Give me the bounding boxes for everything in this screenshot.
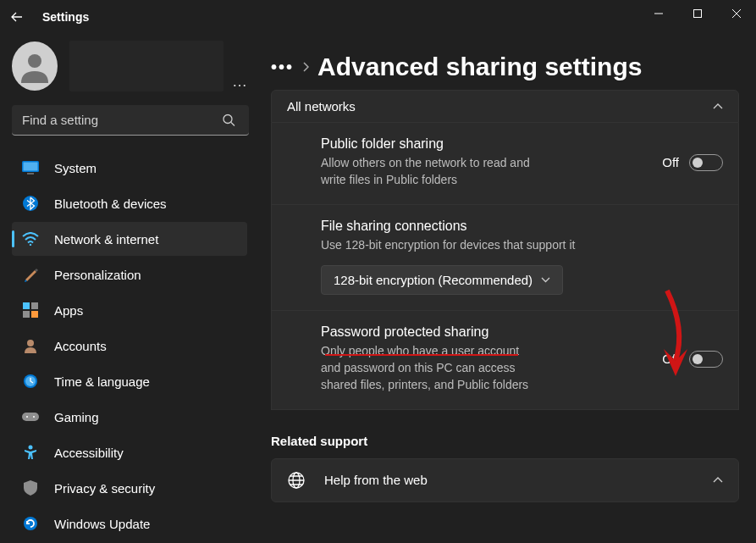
svg-point-19	[24, 517, 37, 530]
help-label: Help from the web	[324, 473, 428, 487]
sidebar-item-time[interactable]: Time & language	[12, 364, 247, 398]
close-button[interactable]	[717, 0, 756, 27]
encryption-dropdown[interactable]: 128-bit encryption (Recommended)	[321, 265, 563, 295]
person-icon	[22, 337, 39, 354]
sidebar-item-update[interactable]: Windows Update	[12, 507, 247, 540]
update-icon	[22, 515, 39, 532]
sidebar-item-apps[interactable]: Apps	[12, 293, 247, 327]
gamepad-icon	[22, 408, 39, 425]
nav-label: Privacy & security	[54, 481, 155, 496]
svg-rect-5	[27, 173, 34, 175]
svg-rect-15	[22, 413, 39, 421]
accessibility-icon	[22, 444, 39, 461]
minimize-button[interactable]	[639, 0, 678, 27]
clock-globe-icon	[22, 373, 39, 390]
sidebar-item-gaming[interactable]: Gaming	[12, 400, 247, 434]
globe-icon	[287, 471, 306, 490]
nav-label: Time & language	[54, 374, 150, 389]
search-input[interactable]	[12, 105, 249, 136]
sidebar-item-accessibility[interactable]: Accessibility	[12, 435, 247, 469]
content-area: ••• Advanced sharing settings All networ…	[254, 34, 756, 543]
setting-file-sharing-connections: File sharing connections Use 128-bit enc…	[271, 205, 739, 311]
toggle-state-label: Off	[662, 155, 679, 169]
svg-rect-8	[23, 302, 30, 309]
setting-title: File sharing connections	[321, 219, 723, 234]
nav-label: Gaming	[54, 410, 99, 424]
group-header-all-networks[interactable]: All networks	[271, 90, 739, 123]
svg-point-2	[223, 115, 232, 124]
nav-label: Accessibility	[54, 446, 124, 460]
monitor-icon	[22, 159, 39, 176]
setting-title: Public folder sharing	[321, 136, 648, 152]
setting-title: Password protected sharing	[321, 324, 648, 340]
svg-rect-9	[31, 302, 38, 309]
annotation-underline	[325, 354, 518, 356]
sidebar-item-system[interactable]: System	[12, 151, 247, 185]
svg-point-18	[29, 446, 33, 450]
sidebar-item-network[interactable]: Network & internet	[12, 222, 247, 256]
svg-point-16	[26, 416, 28, 418]
svg-rect-11	[31, 311, 38, 318]
nav-label: Network & internet	[54, 232, 158, 247]
sidebar-item-bluetooth[interactable]: Bluetooth & devices	[12, 186, 247, 220]
nav-label: Bluetooth & devices	[54, 197, 167, 211]
group-header-label: All networks	[287, 99, 356, 114]
bluetooth-icon	[22, 195, 39, 212]
user-more-icon: …	[232, 73, 247, 91]
setting-public-folder-sharing: Public folder sharing Allow others on th…	[271, 123, 739, 205]
password-sharing-toggle[interactable]	[689, 351, 723, 368]
user-info-redacted	[69, 41, 223, 91]
nav-label: System	[54, 161, 97, 175]
svg-rect-4	[24, 163, 38, 171]
nav-label: Accounts	[54, 339, 107, 353]
maximize-button[interactable]	[678, 0, 717, 27]
svg-point-17	[33, 416, 35, 418]
sidebar: … System Bluetooth & devices Network & i…	[0, 34, 254, 543]
sidebar-item-personalization[interactable]: Personalization	[12, 258, 247, 291]
setting-description: Allow others on the network to read and …	[321, 154, 533, 189]
svg-point-12	[27, 340, 34, 346]
nav-label: Windows Update	[54, 517, 150, 531]
chevron-right-icon	[302, 62, 309, 72]
sidebar-item-privacy[interactable]: Privacy & security	[12, 471, 247, 505]
svg-point-7	[30, 244, 31, 246]
chevron-down-icon	[541, 277, 550, 283]
setting-description: Only people who have a user account and …	[321, 342, 533, 394]
back-button[interactable]	[0, 0, 34, 34]
sidebar-item-accounts[interactable]: Accounts	[12, 329, 247, 363]
paintbrush-icon	[22, 266, 39, 283]
toggle-state-label: Off	[662, 352, 679, 366]
setting-password-protected-sharing: Password protected sharing Only people w…	[271, 311, 739, 410]
related-support-header: Related support	[271, 434, 739, 448]
shield-icon	[22, 479, 39, 496]
svg-rect-0	[694, 10, 702, 18]
nav-label: Apps	[54, 303, 83, 318]
help-from-web[interactable]: Help from the web	[271, 458, 739, 502]
chevron-up-icon	[713, 477, 723, 484]
svg-point-1	[28, 54, 41, 68]
public-folder-toggle[interactable]	[689, 154, 723, 171]
dropdown-value: 128-bit encryption (Recommended)	[334, 273, 533, 287]
avatar	[12, 42, 58, 91]
search-icon	[223, 114, 235, 127]
svg-rect-10	[23, 311, 30, 318]
wifi-icon	[22, 230, 39, 247]
page-title: Advanced sharing settings	[317, 53, 642, 81]
nav-label: Personalization	[54, 268, 141, 282]
breadcrumb-ellipsis[interactable]: •••	[271, 58, 294, 77]
app-title: Settings	[42, 10, 89, 24]
user-account-row[interactable]: …	[12, 41, 247, 91]
setting-description: Use 128-bit encryption for devices that …	[321, 236, 723, 253]
chevron-up-icon	[713, 103, 723, 110]
apps-icon	[22, 302, 39, 319]
